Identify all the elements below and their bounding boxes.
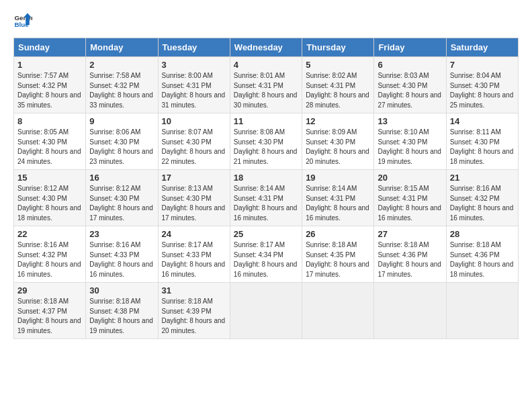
calendar-cell: 18Sunrise: 8:14 AMSunset: 4:31 PMDayligh…	[230, 170, 302, 226]
day-number: 19	[306, 173, 370, 183]
logo: General Blue	[13, 11, 32, 30]
header-saturday: Saturday	[446, 38, 518, 57]
calendar-cell: 25Sunrise: 8:17 AMSunset: 4:34 PMDayligh…	[230, 226, 302, 283]
day-number: 25	[234, 229, 298, 239]
day-info: Sunrise: 8:10 AMSunset: 4:30 PMDaylight:…	[378, 128, 441, 165]
calendar-cell: 29Sunrise: 8:18 AMSunset: 4:37 PMDayligh…	[14, 283, 86, 339]
day-info: Sunrise: 8:17 AMSunset: 4:34 PMDaylight:…	[234, 241, 298, 278]
day-info: Sunrise: 8:15 AMSunset: 4:31 PMDaylight:…	[378, 185, 441, 222]
day-number: 4	[234, 60, 298, 70]
day-number: 27	[378, 229, 442, 239]
calendar-cell: 27Sunrise: 8:18 AMSunset: 4:36 PMDayligh…	[374, 226, 446, 283]
day-info: Sunrise: 8:06 AMSunset: 4:30 PMDaylight:…	[89, 128, 153, 165]
day-number: 26	[306, 229, 370, 239]
calendar-cell	[230, 283, 302, 339]
calendar-cell: 20Sunrise: 8:15 AMSunset: 4:31 PMDayligh…	[374, 170, 446, 226]
calendar-cell: 8Sunrise: 8:05 AMSunset: 4:30 PMDaylight…	[14, 113, 86, 170]
day-info: Sunrise: 8:03 AMSunset: 4:30 PMDaylight:…	[378, 72, 441, 109]
calendar-cell: 2Sunrise: 7:58 AMSunset: 4:32 PMDaylight…	[86, 57, 158, 113]
page-header: General Blue	[13, 11, 519, 30]
logo-icon: General Blue	[13, 11, 32, 30]
header-tuesday: Tuesday	[158, 38, 230, 57]
calendar-cell: 22Sunrise: 8:16 AMSunset: 4:32 PMDayligh…	[14, 226, 86, 283]
day-number: 29	[17, 285, 82, 295]
day-info: Sunrise: 8:12 AMSunset: 4:30 PMDaylight:…	[89, 185, 153, 222]
day-number: 11	[234, 116, 298, 126]
calendar-cell: 16Sunrise: 8:12 AMSunset: 4:30 PMDayligh…	[86, 170, 158, 226]
day-number: 12	[306, 116, 370, 126]
day-number: 23	[89, 229, 154, 239]
day-info: Sunrise: 8:01 AMSunset: 4:31 PMDaylight:…	[234, 72, 298, 109]
day-number: 28	[450, 229, 515, 239]
calendar-cell: 21Sunrise: 8:16 AMSunset: 4:32 PMDayligh…	[446, 170, 518, 226]
day-info: Sunrise: 8:14 AMSunset: 4:31 PMDaylight:…	[234, 185, 298, 222]
calendar-cell: 28Sunrise: 8:18 AMSunset: 4:36 PMDayligh…	[446, 226, 518, 283]
calendar-cell: 24Sunrise: 8:17 AMSunset: 4:33 PMDayligh…	[158, 226, 230, 283]
calendar-table: Sunday Monday Tuesday Wednesday Thursday…	[13, 38, 519, 339]
calendar-cell	[374, 283, 446, 339]
calendar-cell: 1Sunrise: 7:57 AMSunset: 4:32 PMDaylight…	[14, 57, 86, 113]
calendar-cell: 4Sunrise: 8:01 AMSunset: 4:31 PMDaylight…	[230, 57, 302, 113]
day-info: Sunrise: 8:18 AMSunset: 4:36 PMDaylight:…	[450, 241, 514, 278]
day-info: Sunrise: 8:18 AMSunset: 4:39 PMDaylight:…	[162, 298, 226, 334]
day-number: 10	[162, 116, 226, 126]
calendar-cell: 7Sunrise: 8:04 AMSunset: 4:30 PMDaylight…	[446, 57, 518, 113]
day-info: Sunrise: 8:18 AMSunset: 4:35 PMDaylight:…	[306, 241, 369, 278]
day-info: Sunrise: 8:08 AMSunset: 4:30 PMDaylight:…	[234, 128, 298, 165]
calendar-row: 1Sunrise: 7:57 AMSunset: 4:32 PMDaylight…	[14, 57, 519, 113]
header-monday: Monday	[86, 38, 158, 57]
calendar-cell: 17Sunrise: 8:13 AMSunset: 4:30 PMDayligh…	[158, 170, 230, 226]
day-info: Sunrise: 8:07 AMSunset: 4:30 PMDaylight:…	[162, 128, 226, 165]
day-number: 1	[17, 60, 82, 70]
calendar-cell: 30Sunrise: 8:18 AMSunset: 4:38 PMDayligh…	[86, 283, 158, 339]
calendar-cell: 26Sunrise: 8:18 AMSunset: 4:35 PMDayligh…	[302, 226, 374, 283]
calendar-cell: 15Sunrise: 8:12 AMSunset: 4:30 PMDayligh…	[14, 170, 86, 226]
day-number: 16	[89, 173, 154, 183]
calendar-cell: 19Sunrise: 8:14 AMSunset: 4:31 PMDayligh…	[302, 170, 374, 226]
calendar-row: 29Sunrise: 8:18 AMSunset: 4:37 PMDayligh…	[14, 283, 519, 339]
calendar-cell: 3Sunrise: 8:00 AMSunset: 4:31 PMDaylight…	[158, 57, 230, 113]
day-number: 21	[450, 173, 515, 183]
day-number: 5	[306, 60, 370, 70]
day-number: 24	[162, 229, 226, 239]
day-number: 7	[450, 60, 515, 70]
day-number: 2	[89, 60, 154, 70]
day-info: Sunrise: 8:05 AMSunset: 4:30 PMDaylight:…	[17, 128, 81, 165]
day-number: 17	[162, 173, 226, 183]
day-info: Sunrise: 8:16 AMSunset: 4:33 PMDaylight:…	[89, 241, 153, 278]
day-info: Sunrise: 8:18 AMSunset: 4:37 PMDaylight:…	[17, 298, 81, 334]
calendar-cell	[302, 283, 374, 339]
day-number: 22	[17, 229, 82, 239]
calendar-cell: 12Sunrise: 8:09 AMSunset: 4:30 PMDayligh…	[302, 113, 374, 170]
calendar-row: 22Sunrise: 8:16 AMSunset: 4:32 PMDayligh…	[14, 226, 519, 283]
day-info: Sunrise: 8:18 AMSunset: 4:38 PMDaylight:…	[89, 298, 153, 334]
calendar-cell: 14Sunrise: 8:11 AMSunset: 4:30 PMDayligh…	[446, 113, 518, 170]
calendar-row: 15Sunrise: 8:12 AMSunset: 4:30 PMDayligh…	[14, 170, 519, 226]
calendar-cell: 5Sunrise: 8:02 AMSunset: 4:31 PMDaylight…	[302, 57, 374, 113]
day-number: 20	[378, 173, 442, 183]
calendar-cell	[446, 283, 518, 339]
calendar-header-row: Sunday Monday Tuesday Wednesday Thursday…	[14, 38, 519, 57]
header-wednesday: Wednesday	[230, 38, 302, 57]
day-info: Sunrise: 8:02 AMSunset: 4:31 PMDaylight:…	[306, 72, 369, 109]
header-sunday: Sunday	[14, 38, 86, 57]
day-number: 9	[89, 116, 154, 126]
day-number: 3	[162, 60, 226, 70]
header-thursday: Thursday	[302, 38, 374, 57]
day-info: Sunrise: 8:09 AMSunset: 4:30 PMDaylight:…	[306, 128, 369, 165]
day-info: Sunrise: 7:58 AMSunset: 4:32 PMDaylight:…	[89, 72, 153, 109]
calendar-cell: 13Sunrise: 8:10 AMSunset: 4:30 PMDayligh…	[374, 113, 446, 170]
header-friday: Friday	[374, 38, 446, 57]
calendar-cell: 6Sunrise: 8:03 AMSunset: 4:30 PMDaylight…	[374, 57, 446, 113]
day-info: Sunrise: 8:04 AMSunset: 4:30 PMDaylight:…	[450, 72, 514, 109]
day-number: 31	[162, 285, 226, 295]
calendar-cell: 10Sunrise: 8:07 AMSunset: 4:30 PMDayligh…	[158, 113, 230, 170]
day-info: Sunrise: 8:13 AMSunset: 4:30 PMDaylight:…	[162, 185, 226, 222]
calendar-cell: 11Sunrise: 8:08 AMSunset: 4:30 PMDayligh…	[230, 113, 302, 170]
calendar-cell: 31Sunrise: 8:18 AMSunset: 4:39 PMDayligh…	[158, 283, 230, 339]
calendar-cell: 23Sunrise: 8:16 AMSunset: 4:33 PMDayligh…	[86, 226, 158, 283]
day-info: Sunrise: 8:11 AMSunset: 4:30 PMDaylight:…	[450, 128, 514, 165]
calendar-row: 8Sunrise: 8:05 AMSunset: 4:30 PMDaylight…	[14, 113, 519, 170]
day-number: 15	[17, 173, 82, 183]
day-number: 13	[378, 116, 442, 126]
